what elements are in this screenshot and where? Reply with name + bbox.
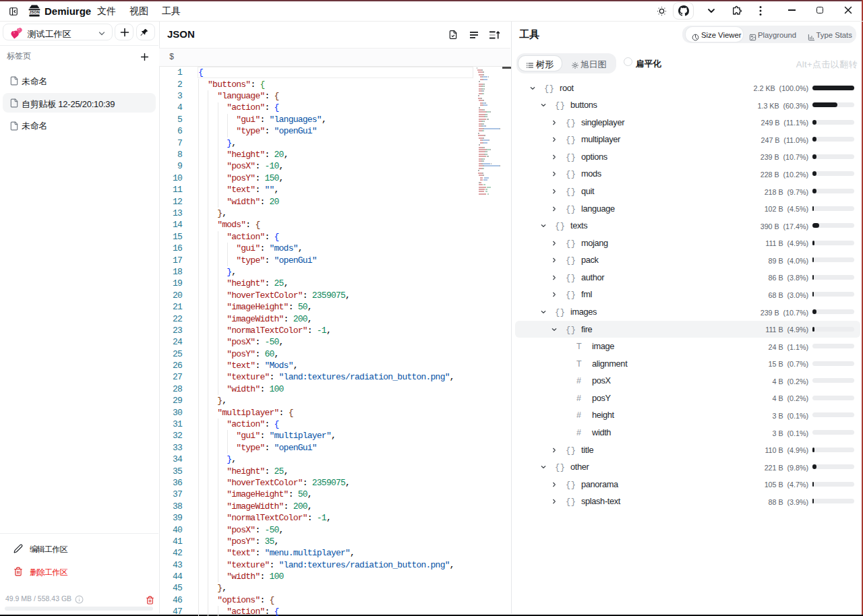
svg-text:JSON: JSON <box>29 10 40 14</box>
